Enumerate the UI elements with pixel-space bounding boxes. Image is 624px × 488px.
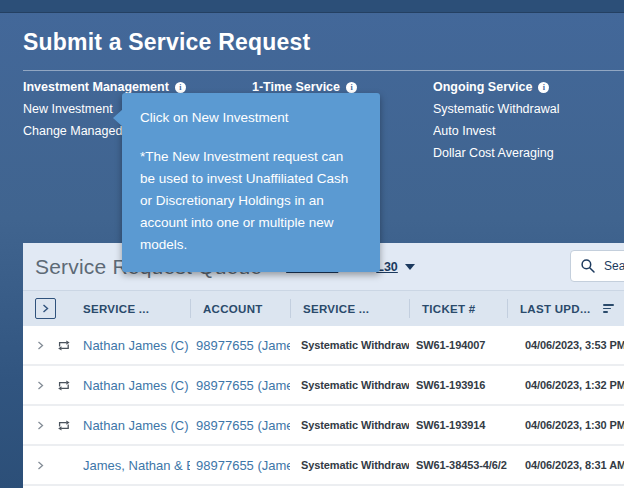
table-row: James, Nathan & E 98977655 (James System…	[23, 446, 624, 486]
recurring-icon	[56, 378, 70, 393]
category-link[interactable]: Auto Invest	[433, 124, 613, 139]
account-link[interactable]: 98977655 (James	[196, 418, 290, 433]
service-requestor-cell: James, Nathan & E	[70, 446, 190, 484]
ticket-number-cell: SW61-38453-4/6/20	[409, 446, 507, 484]
last-updated-cell: 04/06/2023, 3:53 PM	[507, 326, 624, 364]
title-divider	[23, 70, 624, 71]
category-header: Ongoing Service i	[433, 80, 613, 95]
table-row: Nathan James (C) 98977655 (James Systema…	[23, 406, 624, 446]
account-cell: 98977655 (James	[190, 366, 290, 404]
service-type-cell: Systematic Withdraw	[290, 326, 409, 364]
account-link[interactable]: 98977655 (James	[196, 458, 290, 473]
recurring-icon	[56, 338, 70, 353]
ticket-number-cell: SW61-194007	[409, 326, 507, 364]
category-link[interactable]: Dollar Cost Averaging	[433, 146, 613, 161]
chevron-right-icon	[40, 303, 51, 314]
row-controls-cell	[23, 366, 70, 404]
ticket-number-cell: SW61-193914	[409, 406, 507, 444]
account-cell: 98977655 (James	[190, 446, 290, 484]
search-icon	[580, 258, 596, 274]
row-controls-cell	[23, 446, 70, 484]
column-header-service-requestor[interactable]: SERVICE ...	[70, 291, 190, 326]
table-row: Nathan James (C) 98977655 (James Systema…	[23, 326, 624, 366]
queue-search-box[interactable]	[570, 250, 624, 282]
last-updated-cell: 04/06/2023, 1:32 PM	[507, 366, 624, 404]
ticket-number-cell: SW61-193916	[409, 366, 507, 404]
column-header-ticket[interactable]: TICKET #	[409, 291, 507, 326]
account-link[interactable]: 98977655 (James	[196, 338, 290, 353]
window-top-strip	[0, 0, 624, 13]
table-body: Nathan James (C) 98977655 (James Systema…	[23, 326, 624, 486]
recurring-icon	[56, 418, 70, 433]
info-icon[interactable]: i	[175, 82, 186, 93]
service-requestor-cell: Nathan James (C)	[70, 406, 190, 444]
row-expand-chevron-icon[interactable]	[35, 420, 46, 431]
account-cell: 98977655 (James	[190, 326, 290, 364]
last-updated-cell: 04/06/2023, 1:30 PM	[507, 406, 624, 444]
service-requestor-cell: Nathan James (C)	[70, 326, 190, 364]
expand-all-cell	[23, 291, 70, 326]
row-controls-cell	[23, 326, 70, 364]
service-requestor-cell: Nathan James (C)	[70, 366, 190, 404]
filter-sort-icon[interactable]	[603, 304, 614, 313]
account-cell: 98977655 (James	[190, 406, 290, 444]
new-investment-tooltip: Click on New Investment *The New Investm…	[122, 93, 380, 272]
search-input[interactable]	[604, 259, 624, 273]
row-expand-chevron-icon[interactable]	[35, 380, 46, 391]
chevron-down-icon	[405, 264, 415, 270]
page-title: Submit a Service Request	[23, 29, 310, 56]
service-type-cell: Systematic Withdraw	[290, 406, 409, 444]
info-icon[interactable]: i	[346, 82, 357, 93]
tooltip-body: *The New Investment request can be used …	[140, 146, 362, 256]
requestor-link[interactable]: Nathan James (C)	[83, 418, 188, 433]
category-ongoing-service: Ongoing Service i Systematic WithdrawalA…	[433, 80, 613, 161]
last-updated-cell: 04/06/2023, 8:31 AM	[507, 446, 624, 484]
table-header-row: SERVICE ... ACCOUNT SERVICE ... TICKET #…	[23, 290, 624, 326]
service-type-cell: Systematic Withdraw	[290, 366, 409, 404]
requestor-link[interactable]: Nathan James (C)	[83, 338, 188, 353]
account-link[interactable]: 98977655 (James	[196, 378, 290, 393]
category-link[interactable]: Systematic Withdrawal	[433, 102, 613, 117]
row-expand-chevron-icon[interactable]	[35, 340, 46, 351]
requestor-link[interactable]: Nathan James (C)	[83, 378, 188, 393]
row-controls-cell	[23, 406, 70, 444]
info-icon[interactable]: i	[538, 82, 549, 93]
row-expand-chevron-icon[interactable]	[35, 460, 46, 471]
column-header-account[interactable]: ACCOUNT	[190, 291, 290, 326]
l30-dropdown[interactable]: L30	[376, 260, 415, 274]
column-header-last-updated[interactable]: LAST UPD...	[507, 291, 624, 326]
table-row: Nathan James (C) 98977655 (James Systema…	[23, 366, 624, 406]
column-header-label: LAST UPD...	[520, 303, 590, 315]
tooltip-heading: Click on New Investment	[140, 108, 362, 128]
requestor-link[interactable]: James, Nathan & E	[83, 458, 190, 473]
service-request-queue-panel: Service Request Queue All Items L30 SE	[23, 243, 624, 488]
service-type-cell: Systematic Withdraw	[290, 446, 409, 484]
expand-all-button[interactable]	[35, 298, 56, 319]
column-header-service-type[interactable]: SERVICE ...	[290, 291, 409, 326]
category-label: Ongoing Service	[433, 80, 532, 95]
